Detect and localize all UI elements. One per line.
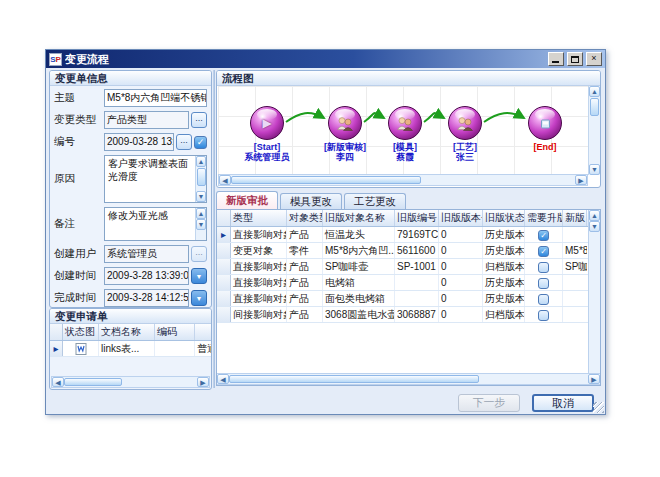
change-type-row: 变更类型 产品类型 ... xyxy=(54,111,207,129)
column-header[interactable]: 旧版版本号 xyxy=(439,210,483,226)
scroll-right-icon[interactable]: ▶ xyxy=(575,175,587,185)
creator-input[interactable]: 系统管理员 xyxy=(104,245,189,263)
cell-new_name xyxy=(563,291,587,306)
upgrade-checkbox[interactable]: ✓ xyxy=(538,230,549,241)
scroll-thumb[interactable] xyxy=(229,375,479,383)
tab-process-change[interactable]: 工艺更改 xyxy=(344,193,406,209)
cell-old_ver: 0 xyxy=(439,307,483,322)
app-icon: SP xyxy=(49,53,62,66)
flow-node-step-3[interactable] xyxy=(448,106,482,140)
scroll-up-icon[interactable]: ▲ xyxy=(196,156,206,167)
scroll-left-icon[interactable]: ◀ xyxy=(219,175,231,185)
column-header[interactable]: 旧版编号 xyxy=(395,210,439,226)
flow-hscrollbar[interactable]: ◀ ▶ xyxy=(218,174,588,186)
cancel-button[interactable]: 取消 xyxy=(532,394,594,412)
scroll-thumb[interactable] xyxy=(64,378,122,386)
scroll-up-icon[interactable]: ▲ xyxy=(589,86,600,97)
create-time-input[interactable]: 2009-3-28 13:39:01 xyxy=(104,267,189,285)
subject-input[interactable]: M5*8内六角凹端不锈钢紧固螺钉 xyxy=(104,89,207,107)
scroll-up-icon[interactable]: ▲ xyxy=(589,210,600,221)
create-time-row: 创建时间 2009-3-28 13:39:01 ▼ xyxy=(54,267,207,285)
reason-scrollbar[interactable]: ▲▼ xyxy=(195,156,206,202)
tab-mold-change[interactable]: 模具更改 xyxy=(280,193,342,209)
scroll-thumb[interactable] xyxy=(197,168,206,186)
request-table-hscrollbar[interactable]: ◀ ▶ xyxy=(51,376,210,388)
scroll-down-icon[interactable]: ▼ xyxy=(589,221,600,232)
column-header[interactable]: 类型 xyxy=(231,210,287,226)
flow-node-end[interactable] xyxy=(528,106,562,140)
row-selector-header xyxy=(217,210,231,226)
change-type-browse-button[interactable]: ... xyxy=(191,112,207,128)
change-info-group: 变更单信息 主题 M5*8内六角凹端不锈钢紧固螺钉 变更类型 产品类型 ... … xyxy=(49,70,212,308)
finish-time-input[interactable]: 2009-3-28 14:12:50 xyxy=(104,289,189,307)
scroll-down-icon[interactable]: ▼ xyxy=(589,164,600,175)
scroll-down-icon[interactable]: ▼ xyxy=(196,219,206,230)
table-row[interactable]: 直接影响对象产品电烤箱0历史版本 xyxy=(217,275,600,291)
create-time-label: 创建时间 xyxy=(54,269,104,283)
row-selector xyxy=(217,291,231,306)
panel-splitter[interactable] xyxy=(213,70,215,388)
flow-node-step-1[interactable] xyxy=(328,106,362,140)
scroll-track xyxy=(421,175,575,185)
number-browse-button[interactable]: ... xyxy=(176,134,192,150)
upgrade-checkbox[interactable] xyxy=(538,262,549,273)
flow-arrow xyxy=(364,113,384,122)
number-checkbox[interactable]: ✓ xyxy=(194,136,207,149)
next-button[interactable]: 下一步 xyxy=(458,394,520,412)
main-table-hscrollbar[interactable]: ◀ ▶ xyxy=(217,373,600,385)
upgrade-checkbox[interactable]: ✓ xyxy=(538,246,549,257)
number-input[interactable]: 2009-03-28 13:39:01 xyxy=(104,133,174,151)
scroll-left-icon[interactable]: ◀ xyxy=(217,374,229,384)
creator-browse-button[interactable]: ... xyxy=(191,246,207,262)
scroll-right-icon[interactable]: ▶ xyxy=(197,377,209,387)
close-button[interactable]: × xyxy=(586,52,602,66)
cell-obj_type: 产品 xyxy=(287,291,323,306)
flow-vscrollbar[interactable]: ▲ ▼ xyxy=(588,86,600,175)
scroll-left-icon[interactable]: ◀ xyxy=(52,377,64,387)
scroll-right-icon[interactable]: ▶ xyxy=(588,374,600,384)
column-header[interactable]: 状态图 xyxy=(63,324,99,340)
upgrade-checkbox[interactable] xyxy=(538,278,549,289)
resize-grip[interactable] xyxy=(593,402,604,413)
table-row[interactable]: 直接影响对象产品SP咖啡壶SP-10010归档版本SP咖 xyxy=(217,259,600,275)
column-header[interactable]: 编码 xyxy=(155,324,195,340)
scroll-up-icon[interactable]: ▲ xyxy=(196,208,206,219)
table-row[interactable]: 直接影响对象产品面包类电烤箱0历史版本 xyxy=(217,291,600,307)
table-row[interactable]: 间接影响对象产品3068圆盖电水壶30688870归档版本 xyxy=(217,307,600,323)
column-header[interactable]: 旧版状态 xyxy=(483,210,525,226)
main-table-vscrollbar[interactable]: ▲ ▼ xyxy=(588,210,600,373)
table-row[interactable]: 变更对象零件M5*8内六角凹...56116000历史版本✓M5*8 xyxy=(217,243,600,259)
cell-old_no xyxy=(395,275,439,290)
column-header[interactable] xyxy=(195,324,212,340)
scroll-down-icon[interactable]: ▼ xyxy=(196,191,206,202)
flow-node-step-2[interactable] xyxy=(388,106,422,140)
change-type-input[interactable]: 产品类型 xyxy=(104,111,189,129)
scroll-thumb[interactable] xyxy=(231,176,421,184)
scroll-thumb[interactable] xyxy=(590,98,599,116)
tab-new-version-approval[interactable]: 新版审批 xyxy=(216,191,278,209)
table-row[interactable]: ▸ links表... 普通 xyxy=(50,341,211,357)
minimize-button[interactable] xyxy=(548,52,564,66)
upgrade-checkbox[interactable] xyxy=(538,294,549,305)
cell-obj_type: 产品 xyxy=(287,307,323,322)
cell-old_no: 5611600 xyxy=(395,243,439,258)
desktop-background: SP 变更流程 × 变更单信息 主题 M5*8内六角凹端不锈钢紧固螺钉 变更类型… xyxy=(0,0,660,477)
titlebar[interactable]: SP 变更流程 × xyxy=(46,50,605,68)
remark-scrollbar[interactable]: ▲▼ xyxy=(195,208,206,240)
column-header[interactable]: 旧版对象名称 xyxy=(323,210,395,226)
remark-textarea[interactable]: 修改为亚光感 ▲▼ xyxy=(104,207,207,241)
maximize-button[interactable] xyxy=(567,52,583,66)
column-header[interactable]: 需要升版 xyxy=(525,210,563,226)
create-time-dropdown-icon[interactable]: ▼ xyxy=(191,268,207,284)
flow-canvas[interactable]: ▶[Start]系统管理员[新版审核]李四[模具]蔡霞[工艺]张三[End] xyxy=(218,86,588,175)
flow-node-start[interactable]: ▶ xyxy=(250,106,284,140)
reason-textarea[interactable]: 客户要求调整表面光滑度 ▲▼ xyxy=(104,155,207,203)
column-header[interactable]: 对象类型 xyxy=(287,210,323,226)
column-header[interactable]: 文档名称 xyxy=(99,324,155,340)
upgrade-checkbox[interactable] xyxy=(538,310,549,321)
cell-obj_type: 零件 xyxy=(287,243,323,258)
cell-type: 变更对象 xyxy=(231,243,287,258)
finish-time-dropdown-icon[interactable]: ▼ xyxy=(191,290,207,306)
table-row[interactable]: ▸直接影响对象产品恒温龙头79169TC0历史版本✓ xyxy=(217,227,600,243)
column-header[interactable]: 新版 xyxy=(563,210,587,226)
